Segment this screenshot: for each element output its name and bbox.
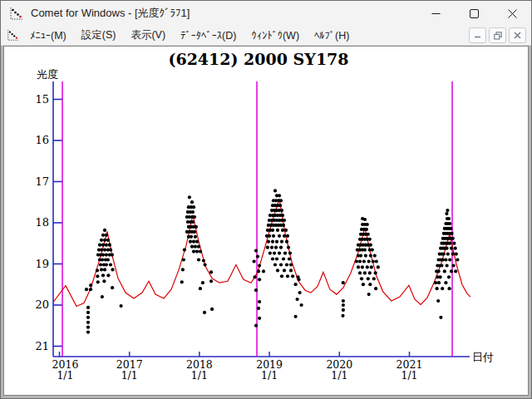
window-title: Comet for Windows - [光度ｸﾞﾗﾌ1]	[31, 6, 190, 21]
menu-item-window[interactable]: ｳｨﾝﾄﾞｳ(W)	[244, 27, 307, 44]
svg-text:1/1: 1/1	[191, 369, 208, 382]
menu-items: ﾒﾆｭｰ(M) 設定(S) 表示(V) ﾃﾞｰﾀﾍﾞｰｽ(D) ｳｨﾝﾄﾞｳ(W…	[22, 26, 357, 45]
close-icon	[508, 9, 517, 18]
light-curve-plot: 1516171819202120161/120171/120181/120191…	[4, 47, 528, 396]
menu-item-view[interactable]: 表示(V)	[123, 26, 173, 45]
menu-item-settings[interactable]: 設定(S)	[74, 26, 124, 45]
mdi-window-controls	[469, 27, 526, 43]
minimize-button[interactable]	[416, 1, 455, 26]
menu-item-help[interactable]: ﾍﾙﾌﾟ(H)	[307, 27, 357, 44]
maximize-button[interactable]	[455, 1, 493, 26]
mdi-restore-button[interactable]	[489, 27, 506, 43]
mdi-system-menu-icon[interactable]	[7, 29, 19, 42]
svg-text:19: 19	[35, 258, 49, 270]
mdi-minimize-icon	[474, 32, 481, 39]
mdi-close-icon	[514, 32, 521, 39]
svg-text:1/1: 1/1	[261, 369, 278, 382]
menu-item-menu[interactable]: ﾒﾆｭｰ(M)	[22, 27, 74, 44]
svg-text:15: 15	[35, 93, 49, 106]
close-button[interactable]	[493, 1, 531, 26]
minimize-icon	[431, 9, 441, 18]
menu-bar: ﾒﾆｭｰ(M) 設定(S) 表示(V) ﾃﾞｰﾀﾍﾞｰｽ(D) ｳｨﾝﾄﾞｳ(W…	[1, 26, 531, 46]
observation-points	[85, 189, 460, 333]
mdi-minimize-button[interactable]	[469, 27, 486, 43]
svg-text:16: 16	[35, 134, 49, 146]
window-controls	[416, 1, 531, 26]
app-icon[interactable]	[9, 7, 23, 21]
y-ticks: 15161718192021	[35, 93, 62, 352]
title-bar: Comet for Windows - [光度ｸﾞﾗﾌ1]	[1, 1, 531, 26]
svg-text:1/1: 1/1	[121, 369, 138, 382]
app-window: Comet for Windows - [光度ｸﾞﾗﾌ1]	[0, 0, 532, 399]
perihelion-marker-lines	[62, 81, 452, 357]
svg-text:1/1: 1/1	[57, 369, 73, 382]
svg-text:17: 17	[35, 175, 49, 188]
client-area: (62412) 2000 SY178 光度 日付 151617181920212…	[3, 46, 529, 396]
svg-text:21: 21	[35, 340, 49, 352]
mdi-close-button[interactable]	[509, 27, 526, 43]
svg-text:20: 20	[35, 298, 49, 311]
axes	[53, 81, 470, 357]
svg-text:18: 18	[35, 216, 49, 229]
svg-text:1/1: 1/1	[331, 369, 347, 382]
menu-item-database[interactable]: ﾃﾞｰﾀﾍﾞｰｽ(D)	[173, 27, 244, 44]
svg-text:1/1: 1/1	[401, 369, 417, 382]
maximize-icon	[470, 9, 479, 18]
mdi-restore-icon	[494, 32, 502, 40]
model-curve	[53, 199, 470, 306]
